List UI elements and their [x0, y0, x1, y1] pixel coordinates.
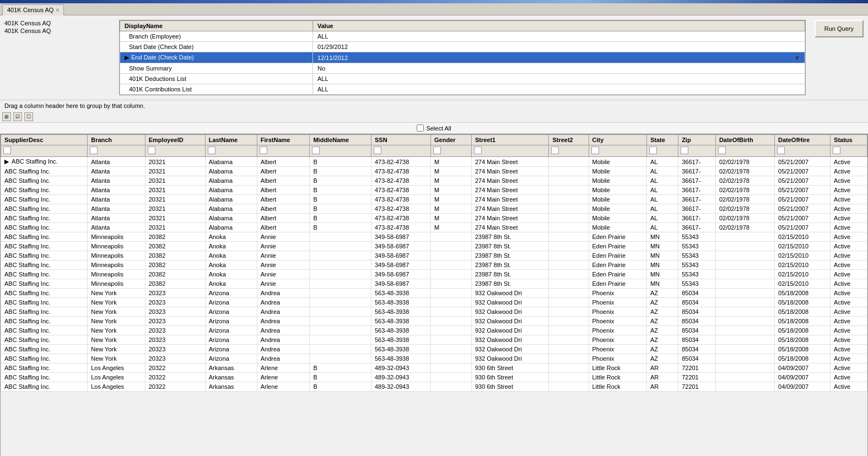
col-filter-lastname[interactable] [205, 145, 257, 157]
col-filter-street1[interactable] [471, 145, 549, 157]
toolbar-icon-1[interactable]: ⊞ [2, 112, 11, 121]
data-grid[interactable]: SupplierDescBranchEmployeeIDLastNameFirs… [0, 134, 868, 456]
col-header-supplierdesc[interactable]: SupplierDesc [1, 135, 88, 145]
table-row[interactable]: ABC Staffing Inc.Minneapolis20382AnokaAn… [1, 242, 867, 251]
col-header-value: Value [313, 21, 805, 31]
table-row[interactable]: ABC Staffing Inc.New York20323ArizonaAnd… [1, 307, 867, 317]
filter-box-employeeid[interactable] [148, 146, 155, 154]
filter-box-lastname[interactable] [208, 146, 215, 154]
col-header-branch[interactable]: Branch [88, 135, 145, 145]
col-header-dateofhire[interactable]: DateOfHire [775, 135, 831, 145]
filter-box-firstname[interactable] [260, 146, 267, 154]
table-row[interactable]: ABC Staffing Inc.Atlanta20321AlabamaAlbe… [1, 176, 867, 186]
col-filter-firstname[interactable] [257, 145, 310, 157]
table-row[interactable]: ABC Staffing Inc.Atlanta20321AlabamaAlbe… [1, 223, 867, 232]
col-header-state[interactable]: State [646, 135, 678, 145]
table-row[interactable]: ABC Staffing Inc.New York20323ArizonaAnd… [1, 326, 867, 335]
table-row[interactable]: ABC Staffing Inc.Minneapolis20382AnokaAn… [1, 260, 867, 270]
col-header-firstname[interactable]: FirstName [257, 135, 310, 145]
table-row[interactable]: ABC Staffing Inc.Los Angeles20322Arkansa… [1, 363, 867, 373]
col-header-middlename[interactable]: MiddleName [310, 135, 371, 145]
table-row[interactable]: ABC Staffing Inc.Los Angeles20322Arkansa… [1, 373, 867, 382]
query-row-display-1[interactable]: Start Date (Check Date) [120, 42, 313, 52]
query-row-display-4[interactable]: 401K Deductions List [120, 74, 313, 84]
filter-box-status[interactable] [833, 146, 840, 154]
table-row[interactable]: ABC Staffing Inc.New York20323ArizonaAnd… [1, 354, 867, 363]
table-row[interactable]: ABC Staffing Inc.Atlanta20321AlabamaAlbe… [1, 204, 867, 214]
col-filter-branch[interactable] [88, 145, 145, 157]
col-filter-city[interactable] [589, 145, 646, 157]
col-filter-street2[interactable] [549, 145, 589, 157]
table-row[interactable]: ABC Staffing Inc.Minneapolis20382AnokaAn… [1, 232, 867, 242]
cell-branch-12: Minneapolis [88, 270, 145, 279]
table-row[interactable]: ABC Staffing Inc.Minneapolis20382AnokaAn… [1, 270, 867, 279]
col-filter-dateofbirth[interactable] [715, 145, 774, 157]
tab-401k-census[interactable]: 401K Census AQ × [2, 4, 64, 15]
run-query-button[interactable]: Run Query [815, 20, 864, 37]
query-row-display-2[interactable]: ▶ End Date (Check Date) [120, 52, 313, 63]
toolbar-icon-2[interactable]: ☑ [13, 112, 22, 121]
table-row[interactable]: ABC Staffing Inc.Atlanta20321AlabamaAlbe… [1, 186, 867, 195]
table-row[interactable]: ABC Staffing Inc.Los Angeles20322Arkansa… [1, 382, 867, 392]
col-header-lastname[interactable]: LastName [205, 135, 257, 145]
col-header-ssn[interactable]: SSN [371, 135, 430, 145]
col-filter-employeeid[interactable] [145, 145, 205, 157]
col-header-zip[interactable]: Zip [678, 135, 716, 145]
report-title-2[interactable]: 401K Census AQ [4, 28, 115, 34]
cell-lastname-4: Alabama [205, 195, 257, 204]
filter-box-street1[interactable] [474, 146, 482, 154]
col-header-employeeid[interactable]: EmployeeID [145, 135, 205, 145]
filter-box-street2[interactable] [551, 146, 559, 154]
filter-box-branch[interactable] [90, 146, 98, 154]
col-filter-dateofhire[interactable] [775, 145, 831, 157]
cell-middlename-24: B [310, 382, 371, 392]
col-header-gender[interactable]: Gender [431, 135, 472, 145]
col-header-street1[interactable]: Street1 [471, 135, 549, 145]
cell-lastname-24: Arkansas [205, 382, 257, 392]
table-row[interactable]: ABC Staffing Inc.Atlanta20321AlabamaAlbe… [1, 167, 867, 176]
cell-status-15: Active [831, 298, 867, 307]
col-header-street2[interactable]: Street2 [549, 135, 589, 145]
filter-box-city[interactable] [591, 146, 599, 154]
col-header-city[interactable]: City [589, 135, 646, 145]
query-row-display-0[interactable]: Branch (Employee) [120, 31, 313, 42]
cell-street1-22: 930 6th Street [471, 363, 549, 373]
table-row[interactable]: ABC Staffing Inc.Minneapolis20382AnokaAn… [1, 251, 867, 260]
query-row-display-5[interactable]: 401K Contributions List [120, 84, 313, 95]
table-row[interactable]: ABC Staffing Inc.New York20323ArizonaAnd… [1, 317, 867, 326]
col-filter-zip[interactable] [678, 145, 716, 157]
filter-box-dateofhire[interactable] [777, 146, 785, 154]
table-row[interactable]: ABC Staffing Inc.New York20323ArizonaAnd… [1, 335, 867, 345]
query-row-display-3[interactable]: Show Summary [120, 63, 313, 74]
table-row[interactable]: ABC Staffing Inc.New York20323ArizonaAnd… [1, 289, 867, 298]
cell-city-4: Mobile [589, 195, 646, 204]
report-title-1[interactable]: 401K Census AQ [4, 20, 115, 26]
cell-employeeid-8: 20382 [145, 232, 205, 242]
tab-close-icon[interactable]: × [56, 7, 59, 13]
col-filter-state[interactable] [646, 145, 678, 157]
col-filter-middlename[interactable] [310, 145, 371, 157]
filter-box-gender[interactable] [433, 146, 441, 154]
filter-box-zip[interactable] [681, 146, 688, 154]
table-row[interactable]: ABC Staffing Inc.Atlanta20321AlabamaAlbe… [1, 214, 867, 223]
table-row[interactable]: ▶ ABC Staffing Inc.Atlanta20321AlabamaAl… [1, 157, 867, 167]
col-filter-supplierdesc[interactable] [1, 145, 88, 157]
cell-branch-18: New York [88, 326, 145, 335]
filter-box-middlename[interactable] [312, 146, 320, 154]
table-row[interactable]: ABC Staffing Inc.Minneapolis20382AnokaAn… [1, 279, 867, 289]
filter-box-supplierdesc[interactable] [3, 146, 11, 154]
filter-box-ssn[interactable] [374, 146, 381, 154]
col-header-status[interactable]: Status [831, 135, 867, 145]
col-header-dateofbirth[interactable]: DateOfBirth [715, 135, 774, 145]
toolbar-icon-3[interactable]: ☐ [24, 112, 33, 121]
table-row[interactable]: ABC Staffing Inc.New York20323ArizonaAnd… [1, 298, 867, 307]
col-filter-status[interactable] [831, 145, 867, 157]
filter-box-state[interactable] [649, 146, 657, 154]
table-row[interactable]: ABC Staffing Inc.Atlanta20321AlabamaAlbe… [1, 195, 867, 204]
col-filter-ssn[interactable] [371, 145, 430, 157]
cell-zip-4: 36617- [678, 195, 716, 204]
filter-box-dateofbirth[interactable] [718, 146, 726, 154]
table-row[interactable]: ABC Staffing Inc.New York20323ArizonaAnd… [1, 345, 867, 354]
col-filter-gender[interactable] [431, 145, 472, 157]
select-all-checkbox[interactable] [417, 124, 424, 132]
